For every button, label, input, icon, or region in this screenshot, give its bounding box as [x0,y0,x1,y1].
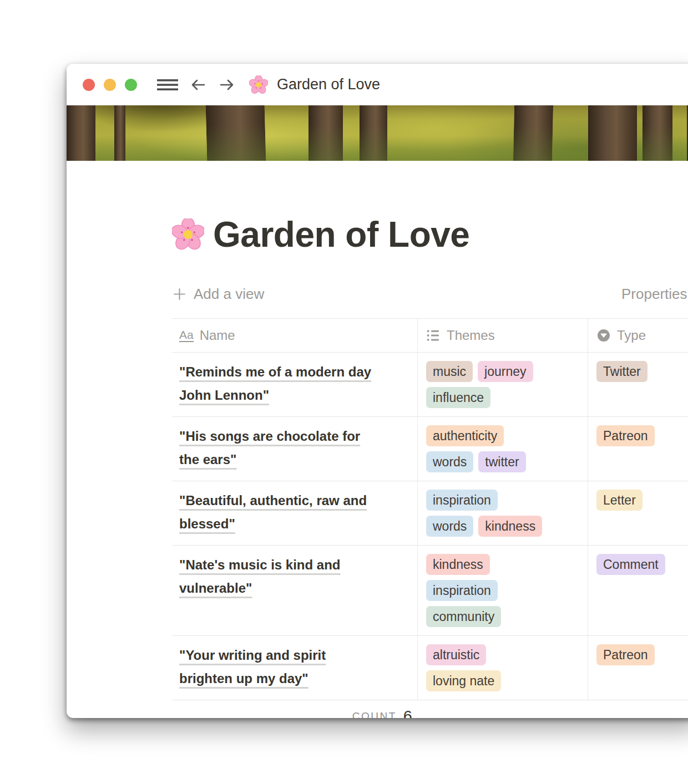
table-row: "Your writing and spiritbrighten up my d… [172,636,688,700]
close-window-button[interactable] [83,79,95,91]
plus-icon [172,287,187,302]
theme-tag: twitter [478,451,525,472]
tag-line: kindness [426,554,580,575]
zoom-window-button[interactable] [125,79,137,91]
forward-button[interactable] [218,77,236,93]
table-row: "His songs are chocolate forthe ears"aut… [172,417,688,481]
tree-trunk [643,105,672,161]
themes-cell[interactable]: inspirationwordskindness [418,481,588,545]
database-table: Aa Name Themes [172,318,688,718]
tag-line: loving nate [426,670,580,691]
themes-cell[interactable]: musicjourneyinfluence [418,353,588,416]
theme-tag: loving nate [426,670,501,691]
row-title-link[interactable]: "His songs are chocolate forthe ears" [179,429,360,467]
themes-cell[interactable]: kindnessinspirationcommunity [418,546,588,635]
theme-tag: inspiration [426,490,498,511]
tag-line: altruistic [426,644,580,665]
tag-line: community [426,606,580,627]
type-cell[interactable]: Patreon [588,417,688,481]
table-header: Aa Name Themes [172,318,688,353]
view-toolbar: Add a view Properties [172,281,688,307]
tag-line: inspiration [426,490,580,511]
tree-trunk [114,105,125,161]
type-cell[interactable]: Letter [588,481,688,545]
window-titlebar: Garden of Love [67,64,688,105]
hamburger-menu-icon[interactable] [157,77,178,93]
tag-line: authenticity [426,425,580,446]
table-row: "Beautiful, authentic, raw andblessed"in… [172,481,688,546]
column-label: Themes [447,328,495,343]
theme-tag: influence [426,387,490,408]
type-tag: Patreon [596,425,655,446]
tree-trunk [513,105,553,161]
row-title-link[interactable]: "Reminds me of a modern dayJohn Lennon" [179,364,371,403]
name-cell[interactable]: "His songs are chocolate forthe ears" [172,417,418,481]
count-value: 6 [403,707,412,719]
tag-line: Letter [596,490,688,511]
table-body: "Reminds me of a modern dayJohn Lennon"m… [172,353,688,700]
name-cell[interactable]: "Nate's music is kind andvulnerable" [172,546,418,635]
column-label: Name [200,328,235,343]
theme-tag: words [426,516,473,537]
theme-tag: kindness [426,554,490,575]
page-title: Garden of Love [213,214,469,255]
bulleted-list-icon [426,328,441,343]
theme-tag: music [426,361,473,382]
type-tag: Comment [596,554,665,575]
page-emoji-flower-icon[interactable] [172,218,204,251]
row-title-link[interactable]: "Your writing and spiritbrighten up my d… [179,648,326,686]
theme-tag: community [426,606,501,627]
type-cell[interactable]: Patreon [588,636,688,700]
row-title-link[interactable]: "Nate's music is kind andvulnerable" [179,557,341,595]
theme-tag: altruistic [426,644,486,665]
name-cell[interactable]: "Beautiful, authentic, raw andblessed" [172,481,418,545]
column-label: Type [617,328,646,343]
type-tag: Twitter [596,361,647,382]
column-header-themes[interactable]: Themes [418,319,588,352]
tag-line: Comment [596,554,688,575]
type-tag: Letter [596,490,643,511]
row-title-link[interactable]: "Beautiful, authentic, raw andblessed" [179,493,367,531]
theme-tag: words [426,451,473,472]
column-header-type[interactable]: Type [588,319,688,352]
tree-trunk [206,105,266,161]
back-button[interactable] [189,77,207,93]
theme-tag: authenticity [426,425,504,446]
name-cell[interactable]: "Your writing and spiritbrighten up my d… [172,636,418,700]
tag-line: wordstwitter [426,451,580,472]
theme-tag: inspiration [426,580,498,601]
tree-trunk [308,105,343,161]
app-window: Garden of Love Garden of Love Add a view… [67,64,688,718]
tree-trunk [67,105,95,161]
theme-tag: journey [478,361,533,382]
add-view-label: Add a view [194,286,264,303]
tree-trunk [588,105,637,161]
tag-line: wordskindness [426,516,580,537]
window-title: Garden of Love [277,76,380,93]
column-header-name[interactable]: Aa Name [172,319,418,352]
tag-line: Patreon [596,644,688,665]
add-view-button[interactable]: Add a view [172,286,264,303]
count-label: COUNT [352,710,397,718]
count-calculation[interactable]: COUNT 6 [172,700,418,718]
properties-button[interactable]: Properties [621,286,687,303]
minimize-window-button[interactable] [104,79,116,91]
table-row: "Nate's music is kind andvulnerable"kind… [172,546,688,636]
cover-image [67,105,688,161]
name-cell[interactable]: "Reminds me of a modern dayJohn Lennon" [172,353,418,416]
themes-cell[interactable]: altruisticloving nate [418,636,588,700]
tag-line: musicjourney [426,361,580,382]
select-dropdown-icon [596,328,611,343]
title-aa-icon: Aa [179,329,194,342]
table-row: "Reminds me of a modern dayJohn Lennon"m… [172,353,688,417]
type-cell[interactable]: Comment [588,546,688,635]
themes-cell[interactable]: authenticitywordstwitter [418,417,588,481]
type-cell[interactable]: Twitter [588,353,688,416]
tag-line: influence [426,387,580,408]
tag-line: Twitter [596,361,688,382]
theme-tag: kindness [478,516,542,537]
tree-trunk [360,105,387,161]
cherry-blossom-flower-icon [249,75,268,94]
tag-line: Patreon [596,425,688,446]
tag-line: inspiration [426,580,580,601]
